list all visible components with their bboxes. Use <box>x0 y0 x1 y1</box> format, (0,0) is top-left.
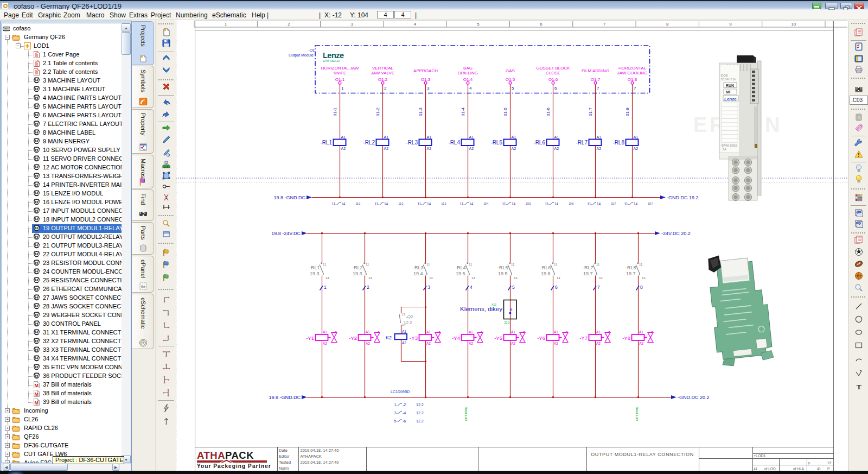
svg-text:19: 19 <box>827 461 832 465</box>
svg-text:A1: A1 <box>597 135 602 139</box>
svg-text:1-: 1- <box>394 403 398 407</box>
svg-text:A1: A1 <box>634 135 639 139</box>
svg-text:14: 14 <box>512 202 516 206</box>
svg-text:ATHAPACK: ATHAPACK <box>301 454 322 459</box>
svg-text:19.6: 19.6 <box>569 203 574 205</box>
svg-text:A2: A2 <box>323 342 327 345</box>
svg-text:3-: 3- <box>394 411 398 415</box>
svg-text:19.7: 19.7 <box>611 203 616 205</box>
svg-text:O1.6: O1.6 <box>548 77 558 82</box>
svg-text:O1.1: O1.1 <box>335 77 345 82</box>
svg-text:4: 4 <box>470 285 473 290</box>
svg-text:A2: A2 <box>597 147 602 150</box>
svg-text:A1: A1 <box>366 330 370 334</box>
svg-text:1: 1 <box>324 285 327 290</box>
svg-text:41: 41 <box>754 467 758 471</box>
svg-text:11-: 11- <box>375 202 380 206</box>
svg-text:-RL4: -RL4 <box>448 140 460 146</box>
svg-text:DRILLING: DRILLING <box>458 71 478 75</box>
svg-text:14: 14 <box>429 276 433 280</box>
svg-text:14: 14 <box>634 202 638 206</box>
svg-text:-RL4: -RL4 <box>455 265 466 270</box>
svg-text:11-: 11- <box>460 202 465 206</box>
svg-text:19.5: 19.5 <box>526 203 531 205</box>
svg-text:JAW VALVE: JAW VALVE <box>371 71 394 75</box>
svg-text:A2: A2 <box>554 147 559 150</box>
svg-text:-Y6: -Y6 <box>537 335 545 341</box>
svg-text:1: 1 <box>341 86 344 91</box>
svg-text:5: 5 <box>477 22 480 27</box>
svg-text:19.4: 19.4 <box>484 203 489 205</box>
svg-text:A1: A1 <box>427 135 432 139</box>
svg-text:EPM-S302: EPM-S302 <box>722 144 738 147</box>
svg-text:-RL8: -RL8 <box>626 265 636 270</box>
svg-text:Output Module: Output Module <box>289 53 314 58</box>
svg-text:-2: -2 <box>403 403 406 407</box>
svg-text:-Q2: -Q2 <box>406 314 413 319</box>
svg-text:A2: A2 <box>384 147 389 150</box>
svg-text:O1.4: O1.4 <box>463 77 473 82</box>
svg-text:A1: A1 <box>554 330 558 334</box>
svg-text:-Y3: -Y3 <box>410 335 418 341</box>
svg-text:11: 11 <box>426 263 430 266</box>
svg-text:-24V.DC 20.2: -24V.DC 20.2 <box>661 231 691 236</box>
svg-text:+LOD1: +LOD1 <box>754 454 765 458</box>
svg-text:2: 2 <box>367 285 369 290</box>
svg-text:19.8 -GND.DC: 19.8 -GND.DC <box>273 195 305 200</box>
svg-text:DO8: DO8 <box>721 74 728 77</box>
svg-text:19.1: 19.1 <box>356 203 361 205</box>
svg-text:-RL2: -RL2 <box>352 265 363 270</box>
svg-text:41: 41 <box>817 467 821 471</box>
svg-text:O1.5: O1.5 <box>506 77 515 82</box>
svg-text:A1: A1 <box>384 135 389 139</box>
svg-text:01-6: 01-6 <box>546 107 551 116</box>
svg-text:OPT PANL: OPT PANL <box>635 407 639 421</box>
svg-text:FILM ADDING: FILM ADDING <box>582 68 609 73</box>
svg-text:-RL5: -RL5 <box>490 140 502 146</box>
svg-text:19.8 -24V.DC: 19.8 -24V.DC <box>271 231 301 236</box>
svg-text:A2: A2 <box>341 147 346 150</box>
svg-text:A2: A2 <box>469 342 473 345</box>
svg-text:O1.8: O1.8 <box>628 77 637 82</box>
svg-text:-Y2: -Y2 <box>349 335 357 341</box>
svg-text:-GND.DC 20.2: -GND.DC 20.2 <box>678 395 710 400</box>
svg-text:A2: A2 <box>366 342 370 345</box>
svg-text:7: 7 <box>597 285 600 290</box>
svg-text:2019.04.18, 14:27:40: 2019.04.18, 14:27:40 <box>301 460 339 465</box>
svg-text:-6: -6 <box>403 419 406 423</box>
svg-text:A1: A1 <box>426 330 431 334</box>
svg-text:19.5: 19.5 <box>456 271 465 276</box>
svg-text:A2: A2 <box>634 147 639 150</box>
svg-text:A1: A1 <box>323 330 327 334</box>
svg-text:6: 6 <box>554 86 557 91</box>
svg-text:DC 24V, 0.5A: DC 24V, 0.5A <box>721 78 736 81</box>
svg-text:A2: A2 <box>639 342 643 345</box>
svg-text:A1: A1 <box>596 330 601 334</box>
svg-text:ATHAPACK: ATHAPACK <box>197 450 254 461</box>
svg-text:-Y8: -Y8 <box>622 335 630 341</box>
svg-text:-Y7: -Y7 <box>579 335 588 341</box>
svg-text:-Y5: -Y5 <box>494 335 502 341</box>
svg-text:11: 11 <box>554 263 558 266</box>
svg-text:-GND.DC 19.2: -GND.DC 19.2 <box>667 195 699 200</box>
svg-text:-RL2: -RL2 <box>363 140 375 146</box>
svg-text:7: 7 <box>603 22 606 27</box>
svg-text:19.2: 19.2 <box>399 203 404 205</box>
svg-text:11-: 11- <box>588 202 592 206</box>
svg-text:14: 14 <box>599 276 603 280</box>
svg-text:A1: A1 <box>341 135 346 139</box>
svg-text:-RL8: -RL8 <box>612 140 624 146</box>
svg-text:A2: A2 <box>427 147 432 150</box>
svg-text:-Y1: -Y1 <box>306 335 314 341</box>
svg-text:-Y4: -Y4 <box>452 335 460 341</box>
svg-text:6: 6 <box>510 308 513 312</box>
svg-text:14: 14 <box>402 323 406 326</box>
svg-text:Date: Date <box>279 448 288 453</box>
svg-text:A2: A2 <box>426 342 431 345</box>
svg-text:14: 14 <box>341 202 346 206</box>
svg-text:19.3: 19.3 <box>310 271 320 276</box>
svg-text:11: 11 <box>639 263 643 266</box>
svg-text:14: 14 <box>427 202 431 206</box>
svg-text:A2: A2 <box>469 147 474 150</box>
svg-text:-O1: -O1 <box>308 48 315 52</box>
